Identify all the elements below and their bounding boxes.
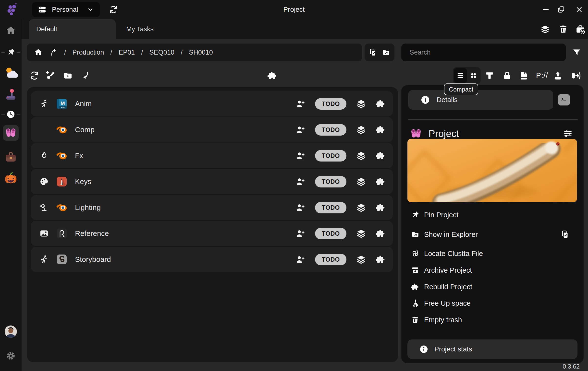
breadcrumb-segment[interactable]: SEQ010 <box>149 49 174 56</box>
sidebar-item-pinned[interactable] <box>0 48 22 57</box>
versions-layers-icon[interactable] <box>356 151 366 161</box>
action-pin-project[interactable]: Pin Project <box>411 209 458 220</box>
action-empty-trash[interactable]: Empty trash <box>411 314 462 325</box>
sidebar-item-project-pumpkin[interactable] <box>0 171 22 185</box>
details-panel: Details Project <box>401 85 584 363</box>
path-protocol-button[interactable]: P:// <box>536 71 548 80</box>
assign-person-icon[interactable] <box>295 255 305 264</box>
task-row-comp[interactable]: Comp TODO <box>31 117 393 142</box>
assign-person-icon[interactable] <box>295 203 305 212</box>
versions-layers-icon[interactable] <box>356 203 366 212</box>
action-archive-project[interactable]: Archive Project <box>411 265 472 276</box>
lock-icon[interactable] <box>502 71 512 81</box>
status-badge[interactable]: TODO <box>315 202 346 213</box>
home-icon[interactable] <box>34 48 43 57</box>
addon-puzzle-icon[interactable] <box>376 99 386 109</box>
addon-puzzle-icon[interactable] <box>376 177 386 186</box>
list-view-icon <box>456 71 465 80</box>
user-avatar[interactable] <box>0 325 22 338</box>
project-stats-bar[interactable]: Project stats <box>407 339 577 359</box>
status-badge[interactable]: TODO <box>315 254 346 265</box>
sidebar-item-settings[interactable] <box>0 351 22 361</box>
assign-person-icon[interactable] <box>295 151 305 161</box>
addon-puzzle-icon[interactable] <box>376 203 386 212</box>
sidebar-item-home[interactable] <box>0 25 22 36</box>
exit-icon[interactable] <box>571 71 580 81</box>
up-level-icon[interactable] <box>49 48 58 57</box>
addon-puzzle-icon[interactable] <box>376 151 386 161</box>
versions-layers-icon[interactable] <box>356 177 366 186</box>
action-rebuild-project[interactable]: Rebuild Project <box>411 281 472 292</box>
sync-icon[interactable] <box>29 71 39 81</box>
tray-upload-icon[interactable] <box>553 71 563 81</box>
search-input[interactable] <box>401 49 566 56</box>
addon-puzzle-icon[interactable] <box>268 71 277 81</box>
open-folder-icon[interactable] <box>382 48 390 57</box>
sidebar-item-recent[interactable] <box>0 110 22 119</box>
task-row-reference[interactable]: Reference TODO <box>31 221 393 246</box>
server-icon <box>38 5 47 14</box>
status-badge[interactable]: TODO <box>315 124 346 136</box>
workspace-selector[interactable]: Personal <box>32 2 100 17</box>
versions-layers-icon[interactable] <box>356 229 366 238</box>
sidebar-item-project-briefcase[interactable] <box>0 149 22 163</box>
template-icon[interactable] <box>485 71 494 81</box>
project-settings-icon[interactable] <box>575 24 586 35</box>
pull-arrow-icon[interactable] <box>81 71 90 81</box>
status-badge[interactable]: TODO <box>315 176 346 187</box>
action-show-in-explorer[interactable]: Show in Explorer <box>411 229 478 240</box>
addon-puzzle-icon[interactable] <box>376 125 386 135</box>
sidebar-item-project-joystick[interactable] <box>0 87 22 101</box>
action-free-up-space[interactable]: Free Up space <box>411 298 471 309</box>
close-button[interactable] <box>575 5 583 14</box>
status-badge[interactable]: TODO <box>315 98 346 110</box>
assign-person-icon[interactable] <box>295 177 305 186</box>
versions-layers-icon[interactable] <box>356 99 366 109</box>
layers-icon[interactable] <box>540 24 550 34</box>
task-row-fx[interactable]: Fx TODO <box>31 143 393 168</box>
minimize-button[interactable] <box>542 5 550 14</box>
runner-icon <box>39 99 49 109</box>
tab-default[interactable]: Default <box>29 19 116 39</box>
addon-puzzle-icon[interactable] <box>376 229 386 238</box>
breadcrumb-segment[interactable]: EP01 <box>119 49 135 56</box>
breadcrumb-segment[interactable]: SH0010 <box>189 49 213 56</box>
assign-person-icon[interactable] <box>295 229 305 238</box>
addon-puzzle-icon[interactable] <box>376 255 386 264</box>
task-row-anim[interactable]: Anim TODO <box>31 91 393 116</box>
status-badge[interactable]: TODO <box>315 228 346 239</box>
sidebar-item-project-cloud[interactable] <box>0 66 22 80</box>
status-badge[interactable]: TODO <box>315 150 346 162</box>
tune-sliders-icon[interactable] <box>563 129 573 139</box>
task-label: Comp <box>75 126 95 134</box>
task-label: Reference <box>75 229 109 238</box>
filter-icon[interactable] <box>572 47 582 57</box>
grid-view-button[interactable] <box>467 68 480 83</box>
task-label: Anim <box>75 100 92 108</box>
restore-button[interactable] <box>557 5 565 14</box>
assign-person-icon[interactable] <box>295 125 305 135</box>
versions-layers-icon[interactable] <box>356 255 366 264</box>
terminal-button[interactable] <box>558 94 570 105</box>
task-row-keys[interactable]: Keys TODO <box>31 169 393 194</box>
trash-icon[interactable] <box>559 24 568 34</box>
info-icon <box>420 95 430 105</box>
new-asset-brush-icon[interactable] <box>46 71 55 81</box>
copy-path-icon[interactable] <box>369 48 377 57</box>
new-folder-icon[interactable] <box>63 71 73 81</box>
versions-layers-icon[interactable] <box>356 125 366 135</box>
list-view-button[interactable] <box>454 68 467 83</box>
refresh-icon[interactable] <box>109 5 118 14</box>
details-header-label: Details <box>437 96 458 104</box>
task-row-lighting[interactable]: Lighting TODO <box>31 195 393 220</box>
copy-path-icon[interactable] <box>561 230 569 239</box>
sidebar-item-project-selected[interactable] <box>3 125 19 141</box>
task-row-storyboard[interactable]: Storyboard TODO <box>31 247 393 272</box>
action-locate-clustta-file[interactable]: Locate Clustta File <box>411 248 483 259</box>
details-header[interactable]: Details <box>408 90 553 110</box>
path-actions <box>365 44 394 61</box>
breadcrumb-segment[interactable]: Production <box>73 49 104 56</box>
assign-person-icon[interactable] <box>295 99 305 109</box>
file-icon[interactable] <box>519 71 529 81</box>
tab-my-tasks[interactable]: My Tasks <box>118 19 162 39</box>
